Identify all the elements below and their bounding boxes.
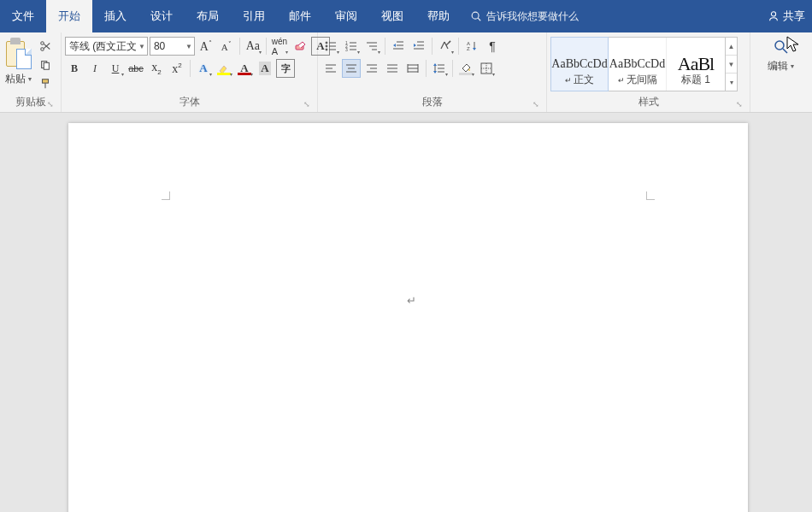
- styles-launcher[interactable]: ⤡: [734, 99, 744, 109]
- svg-line-6: [44, 44, 50, 49]
- svg-text:Z: Z: [467, 46, 470, 51]
- bold-button[interactable]: B: [65, 59, 84, 78]
- underline-button[interactable]: U: [106, 59, 125, 78]
- align-center-button[interactable]: [342, 59, 361, 78]
- line-spacing-button[interactable]: [430, 59, 449, 78]
- tell-me-placeholder: 告诉我你想要做什么: [486, 9, 579, 24]
- share-button[interactable]: 共享: [768, 0, 805, 32]
- clipboard-group-label: 剪贴板: [15, 95, 46, 109]
- clipboard-icon: [6, 37, 32, 69]
- font-name-combo[interactable]: 等线 (西文正文)▼: [65, 37, 148, 56]
- paragraph-launcher[interactable]: ⤡: [531, 99, 541, 109]
- group-font: 等线 (西文正文)▼ 80▼ A˄ A˅ Aa wénA A B I U abc: [62, 32, 318, 112]
- svg-point-0: [472, 12, 479, 19]
- svg-line-35: [441, 42, 444, 49]
- paragraph-group-label: 段落: [422, 95, 443, 109]
- tab-view[interactable]: 视图: [369, 0, 415, 32]
- tab-references[interactable]: 引用: [231, 0, 277, 32]
- phonetic-guide-button[interactable]: wénA: [270, 37, 289, 56]
- tell-me-search[interactable]: 告诉我你想要做什么: [470, 9, 579, 24]
- search-icon: [470, 10, 482, 22]
- align-left-icon: [324, 62, 338, 75]
- page[interactable]: ↵: [68, 123, 748, 512]
- style-heading1[interactable]: AaBl 标题 1: [667, 38, 725, 91]
- margin-corner-tr: [646, 191, 655, 200]
- align-right-icon: [365, 62, 379, 75]
- character-shading-button[interactable]: A: [256, 59, 274, 78]
- strikethrough-button[interactable]: abc: [127, 59, 145, 78]
- superscript-button[interactable]: x2: [168, 59, 186, 78]
- group-styles: AaBbCcDd ↵正文 AaBbCcDd ↵无间隔 AaBl 标题 1 ▲▼▾…: [547, 32, 750, 112]
- justify-button[interactable]: [383, 59, 402, 78]
- line-spacing-icon: [432, 62, 446, 75]
- paste-button[interactable]: 粘贴▼: [3, 35, 34, 86]
- tab-help[interactable]: 帮助: [415, 0, 462, 32]
- svg-marker-64: [433, 63, 437, 66]
- align-right-button[interactable]: [362, 59, 381, 78]
- show-marks-button[interactable]: ¶: [483, 37, 502, 56]
- sort-button[interactable]: AZ: [462, 37, 481, 56]
- format-painter-button[interactable]: [38, 76, 53, 91]
- svg-point-69: [775, 41, 784, 50]
- tab-insert[interactable]: 插入: [92, 0, 138, 32]
- tab-design[interactable]: 设计: [138, 0, 185, 32]
- tab-mailings[interactable]: 邮件: [277, 0, 323, 32]
- document-area[interactable]: ↵: [0, 113, 812, 512]
- tab-file[interactable]: 文件: [0, 0, 46, 32]
- titlebar: 文件 开始 插入 设计 布局 引用 邮件 审阅 视图 帮助 告诉我你想要做什么 …: [0, 0, 812, 32]
- grow-font-button[interactable]: A˄: [197, 37, 215, 56]
- borders-button[interactable]: [477, 59, 496, 78]
- ribbon: 粘贴▼ 剪贴板⤡ 等线 (西文正文)▼ 80▼ A˄ A˅ Aa: [0, 32, 812, 113]
- styles-scroll[interactable]: ▲▼▾: [725, 38, 737, 91]
- group-editing: 编辑▼: [750, 32, 812, 112]
- change-case-button[interactable]: Aa: [244, 37, 262, 56]
- text-effects-button[interactable]: A: [194, 59, 213, 78]
- enclose-characters-button[interactable]: 字: [276, 59, 295, 78]
- align-center-icon: [344, 62, 358, 75]
- bullets-button[interactable]: [321, 37, 340, 56]
- decrease-indent-button[interactable]: [389, 37, 408, 56]
- highlight-button[interactable]: [215, 59, 233, 78]
- magnifier-icon: [773, 38, 790, 56]
- copy-button[interactable]: [38, 57, 53, 73]
- styles-group-label: 样式: [638, 95, 659, 109]
- distribute-icon: [406, 62, 420, 75]
- cut-button[interactable]: [38, 38, 53, 54]
- svg-text:3: 3: [345, 47, 348, 52]
- svg-rect-9: [43, 79, 49, 83]
- asian-layout-button[interactable]: [436, 37, 455, 56]
- distribute-button[interactable]: [403, 59, 422, 78]
- tab-home[interactable]: 开始: [46, 0, 92, 32]
- svg-rect-8: [44, 62, 49, 69]
- font-size-combo[interactable]: 80▼: [150, 37, 195, 56]
- shading-button[interactable]: [456, 59, 475, 78]
- style-normal[interactable]: AaBbCcDd ↵正文: [550, 37, 609, 91]
- style-no-spacing[interactable]: AaBbCcDd ↵无间隔: [609, 38, 667, 91]
- paragraph-mark: ↵: [407, 294, 416, 308]
- multilevel-list-button[interactable]: [362, 37, 381, 56]
- asian-layout-icon: [438, 39, 452, 53]
- svg-point-2: [771, 12, 775, 16]
- clipboard-launcher[interactable]: ⤡: [45, 99, 56, 109]
- editing-label: 编辑: [768, 59, 788, 74]
- tab-layout[interactable]: 布局: [185, 0, 231, 32]
- font-launcher[interactable]: ⤡: [302, 99, 312, 109]
- svg-line-70: [783, 49, 787, 53]
- find-button[interactable]: 编辑▼: [767, 35, 796, 74]
- margin-corner-tl: [162, 191, 170, 200]
- styles-gallery[interactable]: AaBbCcDd ↵正文 AaBbCcDd ↵无间隔 AaBl 标题 1 ▲▼▾: [550, 37, 738, 91]
- increase-indent-button[interactable]: [409, 37, 428, 56]
- eraser-icon: [293, 39, 307, 53]
- style-preview: AaBbCcDd: [609, 57, 665, 71]
- brush-icon: [39, 78, 51, 90]
- numbering-button[interactable]: 123: [342, 37, 361, 56]
- sort-icon: AZ: [465, 39, 479, 53]
- align-left-button[interactable]: [321, 59, 340, 78]
- group-clipboard: 粘贴▼ 剪贴板⤡: [0, 32, 62, 112]
- clear-formatting-button[interactable]: [291, 37, 309, 56]
- font-color-button[interactable]: A: [235, 59, 254, 78]
- tab-review[interactable]: 审阅: [323, 0, 369, 32]
- shrink-font-button[interactable]: A˅: [217, 37, 236, 56]
- italic-button[interactable]: I: [85, 59, 104, 78]
- subscript-button[interactable]: x2: [147, 59, 166, 78]
